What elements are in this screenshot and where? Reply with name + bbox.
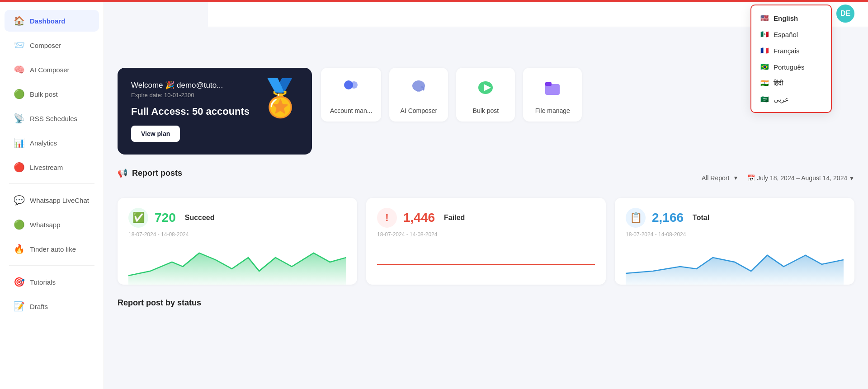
qa-card-label: AI Composer xyxy=(401,107,438,114)
language-dropdown: 🇺🇸 English 🇲🇽 Español 🇫🇷 Français 🇧🇷 Por… xyxy=(750,5,832,113)
report-filter-dropdown[interactable]: All Report ▼ xyxy=(702,174,738,182)
analytics-icon: 📊 xyxy=(14,137,24,148)
lang-francais-label: Français xyxy=(774,47,800,55)
drafts-icon: 📝 xyxy=(14,301,24,312)
whatsapp-livechat-icon: 💬 xyxy=(14,195,24,206)
qa-card-ai-composer[interactable]: AI Composer xyxy=(389,68,448,122)
flag-hindi: 🇮🇳 xyxy=(760,79,769,87)
sidebar-item-ai-composer[interactable]: 🧠 AI Composer xyxy=(5,59,99,80)
top-red-bar xyxy=(0,0,868,2)
failed-chart xyxy=(377,244,595,285)
lang-hindi-label: हिंदी xyxy=(774,79,783,87)
tutorials-icon: 🎯 xyxy=(14,277,24,287)
qa-card-bulk-post[interactable]: Bulk post xyxy=(456,68,515,122)
sidebar-item-label: Tinder auto like xyxy=(30,245,76,253)
sidebar-item-label: RSS Schedules xyxy=(30,115,77,122)
sidebar-item-rss-schedules[interactable]: 📡 RSS Schedules xyxy=(5,108,99,129)
sidebar-item-dashboard[interactable]: 🏠 Dashboard xyxy=(5,10,99,32)
medal-image: 🏅 xyxy=(258,77,303,119)
sidebar-item-composer[interactable]: 📨 Composer xyxy=(5,34,99,56)
succeed-label: Succeed xyxy=(185,214,215,222)
lang-option-hindi[interactable]: 🇮🇳 हिंदी xyxy=(751,75,831,91)
stat-top-total: 📋 2,166 Total xyxy=(626,208,844,228)
plan-banner: Welcome 🎉 demo@tuto... Expire date: 10-0… xyxy=(118,68,312,155)
succeed-icon: ✅ xyxy=(132,212,145,224)
sidebar-item-label: Dashboard xyxy=(30,17,65,25)
composer-icon: 📨 xyxy=(14,40,24,51)
bulk-post-qa-icon xyxy=(476,78,495,102)
chevron-down-icon-date: ▼ xyxy=(849,175,854,182)
sidebar-item-label: AI Composer xyxy=(30,66,70,74)
lang-option-portugues[interactable]: 🇧🇷 Português xyxy=(751,59,831,75)
report-date-picker[interactable]: 📅 July 18, 2024 – August 14, 2024 ▼ xyxy=(747,174,854,182)
dashboard-icon: 🏠 xyxy=(14,15,24,26)
qa-card-account-man[interactable]: Account man... xyxy=(321,68,381,122)
qa-card-label: Bulk post xyxy=(473,107,499,114)
stat-card-succeed: ✅ 720 Succeed 18-07-2024 - 14-08-2024 xyxy=(118,198,357,285)
report-header: 📢 Report posts All Report ▼ 📅 July 18, 2… xyxy=(118,168,854,188)
bulk-post-icon: 🟢 xyxy=(14,89,24,99)
account-man-icon xyxy=(341,78,361,102)
sidebar-item-label: Bulk post xyxy=(30,90,58,98)
rss-icon: 📡 xyxy=(14,113,24,124)
lang-option-english[interactable]: 🇺🇸 English xyxy=(751,10,831,26)
failed-icon: ! xyxy=(385,212,388,224)
sidebar-item-drafts[interactable]: 📝 Drafts xyxy=(5,295,99,317)
stats-row: ✅ 720 Succeed 18-07-2024 - 14-08-2024 xyxy=(118,198,854,285)
user-avatar[interactable]: DE xyxy=(836,5,854,23)
total-icon-wrap: 📋 xyxy=(626,208,646,228)
sidebar-item-tutorials[interactable]: 🎯 Tutorials xyxy=(5,271,99,293)
sidebar-item-bulk-post[interactable]: 🟢 Bulk post xyxy=(5,83,99,105)
flag-arabic: 🇸🇦 xyxy=(760,95,769,103)
sidebar-item-label: Analytics xyxy=(30,139,57,147)
flag-espanol: 🇲🇽 xyxy=(760,30,769,38)
sidebar: 🏠 Dashboard 📨 Composer 🧠 AI Composer 🟢 B… xyxy=(0,0,104,389)
sidebar-divider-2 xyxy=(9,265,94,266)
lang-option-espanol[interactable]: 🇲🇽 Español xyxy=(751,26,831,42)
sidebar-item-label: Whatsapp LiveChat xyxy=(30,197,89,204)
tinder-icon: 🔥 xyxy=(14,244,24,254)
failed-label: Failed xyxy=(444,214,465,222)
qa-card-label: File manage xyxy=(535,107,570,114)
stat-top-failed: ! 1,446 Failed xyxy=(377,208,595,228)
sidebar-item-whatsapp-livechat[interactable]: 💬 Whatsapp LiveChat xyxy=(5,189,99,211)
whatsapp-icon: 🟢 xyxy=(14,219,24,230)
flag-portugues: 🇧🇷 xyxy=(760,63,769,71)
sidebar-item-tinder-auto-like[interactable]: 🔥 Tinder auto like xyxy=(5,238,99,260)
report-posts-section: 📢 Report posts All Report ▼ 📅 July 18, 2… xyxy=(118,168,854,308)
sidebar-item-analytics[interactable]: 📊 Analytics xyxy=(5,132,99,154)
stat-card-total: 📋 2,166 Total 18-07-2024 - 14-08-2024 xyxy=(615,198,854,285)
sidebar-item-whatsapp[interactable]: 🟢 Whatsapp xyxy=(5,214,99,235)
report-posts-title: 📢 Report posts xyxy=(118,168,182,178)
succeed-number: 720 xyxy=(155,211,176,225)
ai-composer-qa-icon xyxy=(409,78,429,102)
view-plan-button[interactable]: View plan xyxy=(131,126,180,142)
sidebar-item-label: Whatsapp xyxy=(30,221,61,229)
flag-francais: 🇫🇷 xyxy=(760,47,769,55)
svg-rect-6 xyxy=(545,82,552,86)
failed-icon-wrap: ! xyxy=(377,208,397,228)
sidebar-item-label: Livestream xyxy=(30,164,63,171)
stat-card-failed: ! 1,446 Failed 18-07-2024 - 14-08-2024 xyxy=(366,198,606,285)
calendar-icon: 📅 xyxy=(747,174,755,182)
sidebar-item-label: Composer xyxy=(30,42,61,49)
livestream-icon: 🔴 xyxy=(14,162,24,173)
qa-card-file-manage[interactable]: File manage xyxy=(523,68,582,122)
sidebar-item-label: Tutorials xyxy=(30,278,56,286)
flag-english: 🇺🇸 xyxy=(760,14,769,22)
lang-option-arabic[interactable]: 🇸🇦 عربى xyxy=(751,91,831,108)
lang-option-francais[interactable]: 🇫🇷 Français xyxy=(751,42,831,59)
succeed-date: 18-07-2024 - 14-08-2024 xyxy=(128,231,346,238)
failed-date: 18-07-2024 - 14-08-2024 xyxy=(377,231,595,238)
top-section: Welcome 🎉 demo@tuto... Expire date: 10-0… xyxy=(118,36,854,155)
succeed-chart xyxy=(128,244,346,285)
total-icon: 📋 xyxy=(630,212,642,224)
chevron-down-icon: ▼ xyxy=(733,175,738,181)
ai-composer-icon: 🧠 xyxy=(14,64,24,75)
sidebar-item-livestream[interactable]: 🔴 Livestream xyxy=(5,156,99,178)
lang-espanol-label: Español xyxy=(774,31,798,38)
filter-label: All Report xyxy=(702,174,729,182)
report-by-status-title: Report post by status xyxy=(118,298,854,308)
sidebar-item-label: Drafts xyxy=(30,303,48,310)
total-number: 2,166 xyxy=(652,211,684,225)
